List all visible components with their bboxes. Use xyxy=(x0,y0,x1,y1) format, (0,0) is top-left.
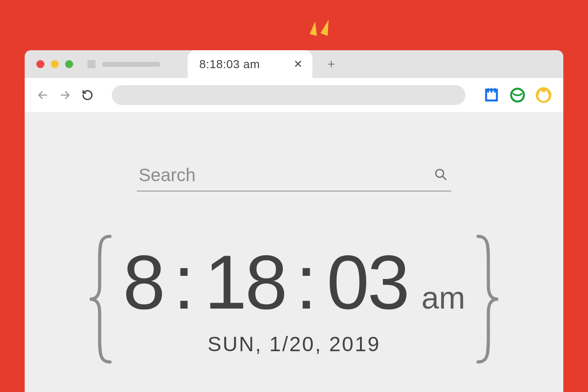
tab-strip: 8:18:03 am ✕ + xyxy=(25,50,563,78)
time-hours: 8 xyxy=(123,244,164,320)
search-icon[interactable] xyxy=(434,168,448,183)
clock-widget: 8 : 18 : 03 am SUN, 1/20, 2019 xyxy=(25,232,563,368)
page-content: 8 : 18 : 03 am SUN, 1/20, 2019 xyxy=(25,112,563,392)
window-controls xyxy=(36,60,73,68)
bookmark-icon xyxy=(483,87,500,103)
back-button[interactable] xyxy=(35,88,50,102)
reload-button[interactable] xyxy=(80,88,95,102)
time-colon-2: : xyxy=(296,244,317,320)
time-seconds: 03 xyxy=(327,244,408,320)
active-tab[interactable]: 8:18:03 am ✕ xyxy=(188,50,312,78)
inactive-tab-placeholder[interactable] xyxy=(88,60,160,68)
svg-marker-0 xyxy=(310,22,317,36)
forward-button[interactable] xyxy=(58,88,72,102)
clock-icon xyxy=(509,87,526,103)
date-display: SUN, 1/20, 2019 xyxy=(123,332,465,356)
arrow-right-icon xyxy=(59,89,71,101)
minimize-window-button[interactable] xyxy=(51,60,59,68)
new-tab-button[interactable]: + xyxy=(320,50,342,78)
search-input[interactable] xyxy=(139,165,434,185)
extension-bookmark[interactable] xyxy=(483,86,500,104)
tab-title: 8:18:03 am xyxy=(199,57,294,71)
arrow-left-icon xyxy=(37,89,48,101)
brace-left-icon xyxy=(85,232,117,368)
reload-icon xyxy=(82,89,93,101)
search-box[interactable] xyxy=(137,162,451,192)
browser-window: 8:18:03 am ✕ + xyxy=(25,50,563,392)
svg-line-5 xyxy=(443,176,446,179)
brace-right-icon xyxy=(471,232,503,368)
close-tab-button[interactable]: ✕ xyxy=(294,59,303,70)
close-window-button[interactable] xyxy=(36,60,44,68)
svg-marker-1 xyxy=(320,20,329,36)
time-colon-1: : xyxy=(173,244,194,320)
toolbar xyxy=(25,78,563,112)
extension-cat[interactable] xyxy=(535,86,553,104)
burst-decoration xyxy=(307,17,334,44)
extension-clock[interactable] xyxy=(509,86,527,104)
time-ampm: am xyxy=(421,280,465,316)
cat-icon xyxy=(535,87,552,104)
time-display: 8 : 18 : 03 am xyxy=(123,244,465,320)
tab-title-placeholder xyxy=(102,62,160,67)
address-bar[interactable] xyxy=(112,85,465,105)
time-minutes: 18 xyxy=(205,244,286,320)
zoom-window-button[interactable] xyxy=(65,60,73,68)
favicon-placeholder xyxy=(88,60,96,68)
